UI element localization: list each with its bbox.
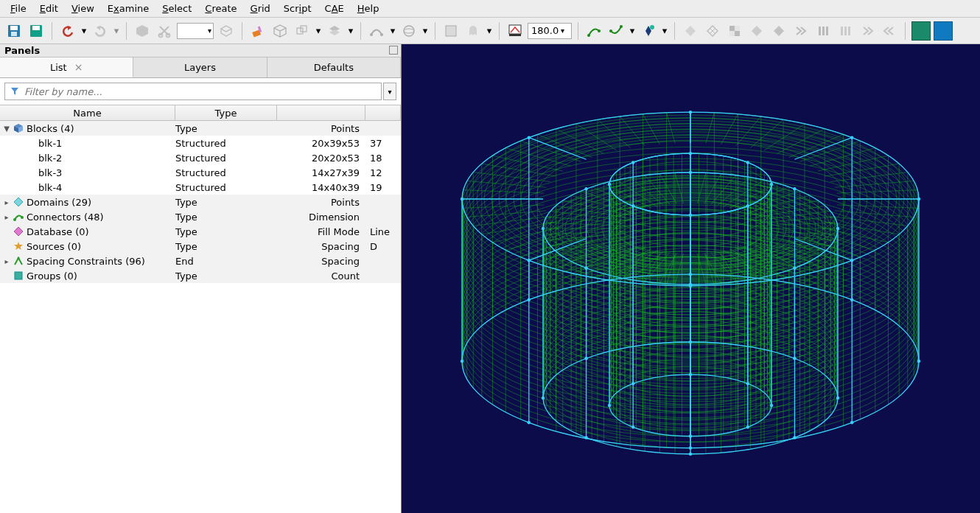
expander-icon[interactable]	[3, 272, 10, 280]
menu-script[interactable]: Script	[278, 1, 318, 15]
undock-icon[interactable]	[389, 46, 398, 55]
tree-child-row[interactable]: blk-3Structured14x27x3912	[0, 165, 401, 180]
tree-group-row[interactable]: ▸Spacing Constraints (96)EndSpacing	[0, 254, 401, 268]
tree-child-row[interactable]: blk-1Structured20x39x5337	[0, 136, 401, 150]
svg-point-492	[850, 421, 853, 424]
rhombus-a-button[interactable]	[681, 21, 700, 41]
tab-defaults-label: Defaults	[314, 62, 354, 73]
menu-help[interactable]: Help	[351, 1, 385, 15]
menu-file[interactable]: File	[4, 1, 32, 15]
tab-close-icon[interactable]: ×	[74, 62, 83, 72]
spline-button[interactable]	[367, 21, 386, 41]
grid-sq-button[interactable]	[441, 21, 461, 41]
ghost-dd[interactable]: ▾	[486, 21, 493, 41]
expander-icon[interactable]: ▸	[3, 257, 10, 265]
paint-button[interactable]	[248, 21, 267, 41]
selection-combo[interactable]: ▾	[177, 23, 214, 39]
curve-a-button[interactable]	[584, 21, 603, 41]
tree-group-row[interactable]: Groups (0)TypeCount	[0, 268, 401, 283]
menu-grid[interactable]: Grid	[245, 1, 276, 15]
filter-box[interactable]	[4, 83, 382, 100]
filter-dropdown[interactable]: ▾	[383, 83, 396, 100]
expander-icon[interactable]	[3, 228, 10, 236]
svg-point-523	[689, 171, 692, 174]
tree-group-row[interactable]: ▼Blocks (4)TypePoints	[0, 121, 401, 136]
rhombus-c-button[interactable]	[747, 21, 766, 41]
svg-point-511	[542, 227, 545, 230]
svg-point-517	[584, 187, 587, 190]
viewport-3d[interactable]	[402, 44, 980, 513]
menu-cae[interactable]: CAE	[319, 1, 350, 15]
expander-icon[interactable]: ▸	[3, 198, 10, 206]
chev-b-button[interactable]	[858, 21, 877, 41]
svg-rect-28	[822, 27, 825, 35]
redo-dropdown[interactable]: ▾	[113, 21, 120, 41]
sphere-dd[interactable]: ▾	[421, 21, 429, 41]
marker-button[interactable]	[639, 21, 658, 41]
tree-group-row[interactable]: Sources (0)TypeSpacingD	[0, 239, 401, 254]
undo-dropdown[interactable]: ▾	[80, 21, 88, 41]
svg-point-499	[689, 283, 692, 286]
expander-icon[interactable]	[3, 242, 10, 251]
tree-group-row[interactable]: ▸Connectors (48)TypeDimension	[0, 209, 401, 224]
wireframe-button[interactable]	[270, 21, 290, 41]
cube-blue-icon	[13, 123, 24, 133]
tree-body[interactable]: ▼Blocks (4)TypePointsblk-1Structured20x3…	[0, 121, 401, 513]
save-as-button[interactable]	[27, 21, 46, 41]
rhombus-b-button[interactable]	[703, 21, 722, 41]
col-extra[interactable]	[277, 105, 365, 120]
menu-create[interactable]: Create	[199, 1, 242, 15]
col-name[interactable]: Name	[0, 105, 175, 120]
ghost-button[interactable]	[463, 21, 483, 41]
bars-b-button[interactable]	[836, 21, 855, 41]
angle-input[interactable]	[531, 25, 561, 36]
svg-line-127	[837, 205, 917, 208]
svg-line-132	[810, 232, 875, 251]
menu-bar: File Edit View Examine Select Create Gri…	[0, 0, 980, 18]
tree-child-row[interactable]: blk-4Structured14x40x3919	[0, 180, 401, 195]
curve-dd[interactable]: ▾	[629, 21, 636, 41]
angle-input-box[interactable]: ▾	[528, 23, 572, 39]
tree-group-row[interactable]: ▸Domains (29)TypePoints	[0, 195, 401, 209]
marker-dd[interactable]: ▾	[661, 21, 668, 41]
col-last[interactable]	[365, 105, 401, 120]
tree-child-row[interactable]: blk-2Structured20x20x5318	[0, 150, 401, 165]
tree-group-row[interactable]: Database (0)TypeFill ModeLine	[0, 224, 401, 239]
sphere-button[interactable]	[399, 21, 419, 41]
cut-button[interactable]	[155, 21, 174, 41]
grid-mode-a-button[interactable]	[911, 21, 931, 41]
expander-icon[interactable]: ▸	[3, 213, 10, 221]
curve-b-button[interactable]	[606, 21, 626, 41]
redo-button[interactable]	[91, 21, 110, 41]
chev-a-button[interactable]	[791, 21, 811, 41]
tab-list[interactable]: List ×	[0, 57, 133, 77]
rotate-view-button[interactable]	[217, 21, 236, 41]
menu-edit[interactable]: Edit	[34, 1, 64, 15]
save-button[interactable]	[4, 21, 24, 41]
menu-view[interactable]: View	[66, 1, 100, 15]
layers-dd[interactable]: ▾	[347, 21, 354, 41]
undo-button[interactable]	[58, 21, 77, 41]
tab-layers[interactable]: Layers	[133, 57, 267, 77]
svg-line-128	[835, 211, 914, 217]
svg-point-527	[850, 136, 853, 139]
multi-cube-button[interactable]	[293, 21, 312, 41]
checker-button[interactable]	[725, 21, 744, 41]
svg-line-179	[800, 141, 861, 161]
multi-cube-dd[interactable]: ▾	[315, 21, 322, 41]
menu-examine[interactable]: Examine	[102, 1, 155, 15]
panel-title: Panels	[4, 45, 40, 56]
rhombus-d-button[interactable]	[769, 21, 788, 41]
filter-input[interactable]	[24, 86, 377, 97]
col-type[interactable]: Type	[175, 105, 277, 120]
expander-icon[interactable]: ▼	[3, 125, 10, 133]
tab-defaults[interactable]: Defaults	[267, 57, 401, 77]
svg-rect-31	[844, 27, 847, 35]
spline-dd[interactable]: ▾	[389, 21, 396, 41]
fill-cube-button[interactable]	[133, 21, 152, 41]
menu-select[interactable]: Select	[156, 1, 197, 15]
chev-c-button[interactable]	[880, 21, 899, 41]
bars-a-button[interactable]	[813, 21, 833, 41]
layers-button[interactable]	[325, 21, 344, 41]
grid-mode-b-button[interactable]	[934, 21, 953, 41]
